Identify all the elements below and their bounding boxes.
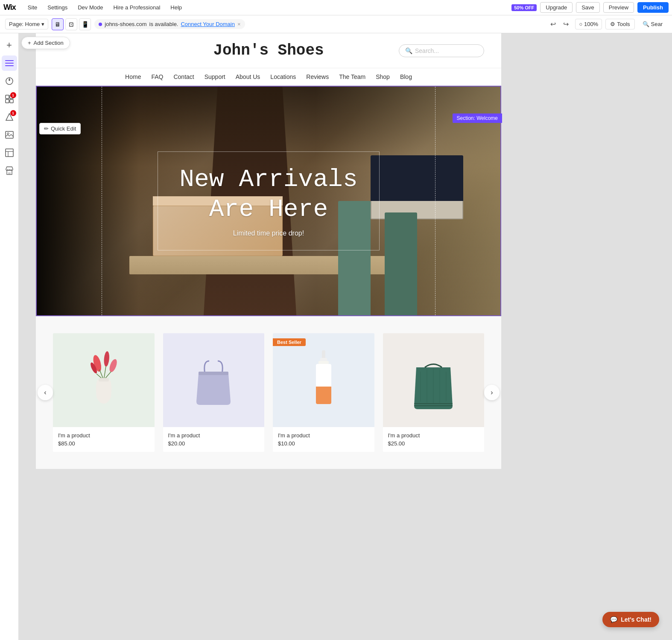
sidebar-design-icon[interactable] bbox=[2, 73, 17, 89]
topbar-help[interactable]: Help bbox=[165, 0, 187, 15]
product-name-3: I'm a product bbox=[278, 432, 369, 439]
svg-rect-11 bbox=[6, 149, 13, 157]
apps-badge: 1 bbox=[10, 92, 16, 98]
quick-edit-button[interactable]: ✏ Quick Edit bbox=[39, 123, 81, 134]
nav-locations[interactable]: Locations bbox=[270, 73, 296, 80]
carousel-next-button[interactable]: › bbox=[484, 385, 500, 400]
canvas-left-side bbox=[19, 33, 36, 640]
topbar-settings[interactable]: Settings bbox=[42, 0, 73, 15]
product-card-1[interactable]: I'm a product $85.00 bbox=[53, 333, 155, 452]
topbar-devmode[interactable]: Dev Mode bbox=[73, 0, 108, 15]
nav-support[interactable]: Support bbox=[205, 73, 225, 80]
svg-rect-28 bbox=[318, 361, 329, 364]
preview-button[interactable]: Preview bbox=[603, 2, 634, 13]
carousel-prev-icon: ‹ bbox=[44, 389, 46, 396]
product-price-1: $85.00 bbox=[58, 440, 149, 447]
sidebar-store-icon[interactable] bbox=[2, 163, 17, 178]
elements-badge: 1 bbox=[10, 110, 16, 116]
site-title: John's Shoes bbox=[213, 42, 324, 59]
search-placeholder: Search... bbox=[415, 47, 439, 54]
nav-home[interactable]: Home bbox=[125, 73, 141, 80]
product-card-3[interactable]: Best Seller bbox=[273, 333, 374, 452]
wix-logo: Wix bbox=[3, 3, 16, 12]
product-name-1: I'm a product bbox=[58, 432, 149, 439]
nav-about[interactable]: About Us bbox=[236, 73, 260, 80]
product-card-4[interactable]: I'm a product $25.00 bbox=[383, 333, 485, 452]
add-section-icon: + bbox=[28, 40, 31, 46]
sidebar-add-icon[interactable]: + bbox=[2, 38, 17, 53]
nav-team[interactable]: The Team bbox=[339, 73, 365, 80]
canvas-outer: + Add Section Section: Welcome ✏ Quick E… bbox=[19, 33, 672, 640]
product-image-4 bbox=[383, 333, 485, 427]
svg-rect-31 bbox=[317, 367, 330, 384]
carousel-prev-button[interactable]: ‹ bbox=[38, 385, 53, 400]
nav-shop[interactable]: Shop bbox=[376, 73, 390, 80]
canvas-wrapper: + Add Section Section: Welcome ✏ Quick E… bbox=[36, 33, 501, 640]
sidebar-elements-icon[interactable]: 1 bbox=[2, 109, 17, 125]
topbar-site[interactable]: Site bbox=[23, 0, 42, 15]
product-price-4: $25.00 bbox=[388, 440, 479, 447]
section-label-text: Section: Welcome bbox=[457, 115, 498, 121]
chat-label: Let's Chat! bbox=[621, 616, 652, 623]
live-chat-button[interactable]: 💬 Let's Chat! bbox=[602, 612, 659, 627]
svg-rect-26 bbox=[322, 350, 325, 359]
desktop-button[interactable]: 🖥 bbox=[52, 18, 64, 30]
topbar-hire[interactable]: Hire a Professional bbox=[108, 0, 165, 15]
nav-faq[interactable]: FAQ bbox=[151, 73, 163, 80]
connect-domain-link[interactable]: Connect Your Domain bbox=[181, 21, 234, 27]
svg-rect-24 bbox=[99, 378, 109, 381]
zoom-icon: ○ bbox=[579, 21, 582, 27]
quick-edit-label: Quick Edit bbox=[51, 125, 76, 132]
products-grid: I'm a product $85.00 bbox=[53, 333, 484, 452]
mobile-button[interactable]: 📱 bbox=[79, 18, 91, 30]
undo-button[interactable]: ↩ bbox=[547, 18, 559, 30]
zoom-label: 100% bbox=[584, 21, 598, 27]
tools-button[interactable]: ⚙ Tools bbox=[605, 19, 634, 29]
site-search[interactable]: 🔍 Search... bbox=[399, 44, 484, 57]
hero-title-line1: New Arrivals bbox=[179, 166, 358, 193]
left-sidebar: + 1 1 bbox=[0, 33, 19, 640]
svg-rect-25 bbox=[199, 372, 228, 375]
product-card-2[interactable]: I'm a product $20.00 bbox=[163, 333, 265, 452]
search-label: Sear bbox=[651, 21, 663, 27]
site-nav: Home FAQ Contact Support About Us Locati… bbox=[36, 68, 501, 86]
tools-icon: ⚙ bbox=[610, 21, 615, 27]
publish-button[interactable]: Publish bbox=[637, 2, 669, 13]
tablet-button[interactable]: ⊡ bbox=[65, 18, 77, 30]
sidebar-pages-icon[interactable] bbox=[2, 55, 17, 71]
close-icon[interactable]: × bbox=[237, 21, 241, 27]
mobile-icon: 📱 bbox=[82, 21, 89, 28]
save-button[interactable]: Save bbox=[576, 2, 600, 13]
product-info-4: I'm a product $25.00 bbox=[383, 427, 485, 452]
search-icon: 🔍 bbox=[643, 21, 649, 27]
sidebar-grid-icon[interactable] bbox=[2, 145, 17, 160]
product-info-1: I'm a product $85.00 bbox=[53, 427, 155, 452]
domain-available-text: is available. bbox=[149, 21, 178, 27]
upgrade-button[interactable]: Upgrade bbox=[540, 2, 573, 13]
redo-button[interactable]: ↪ bbox=[560, 18, 572, 30]
zoom-button[interactable]: ○ 100% bbox=[575, 19, 602, 29]
svg-rect-2 bbox=[5, 65, 14, 66]
add-section-button[interactable]: + Add Section bbox=[21, 37, 70, 49]
tools-label: Tools bbox=[617, 21, 630, 27]
canvas-right-side bbox=[501, 33, 672, 640]
svg-rect-7 bbox=[10, 99, 13, 103]
nav-contact[interactable]: Contact bbox=[173, 73, 194, 80]
product-info-2: I'm a product $20.00 bbox=[163, 427, 265, 452]
product-image-3 bbox=[273, 333, 374, 427]
chevron-down-icon: ▾ bbox=[41, 21, 44, 27]
nav-blog[interactable]: Blog bbox=[400, 73, 412, 80]
hero-text-box: New Arrivals Are Here Limited time price… bbox=[158, 151, 380, 250]
svg-point-18 bbox=[108, 358, 118, 373]
sidebar-apps-icon[interactable]: 1 bbox=[2, 91, 17, 107]
nav-reviews[interactable]: Reviews bbox=[306, 73, 329, 80]
product-name-2: I'm a product bbox=[168, 432, 260, 439]
search-button[interactable]: 🔍 Sear bbox=[638, 19, 667, 29]
hero-title-line2: Are Here bbox=[209, 195, 328, 223]
sidebar-media-icon[interactable] bbox=[2, 127, 17, 143]
page-selector[interactable]: Page: Home ▾ bbox=[5, 19, 48, 29]
svg-rect-4 bbox=[6, 95, 9, 99]
carousel-next-icon: › bbox=[491, 389, 493, 396]
website-preview: John's Shoes 🔍 Search... Home FAQ Contac… bbox=[36, 33, 501, 469]
svg-point-17 bbox=[103, 351, 110, 367]
